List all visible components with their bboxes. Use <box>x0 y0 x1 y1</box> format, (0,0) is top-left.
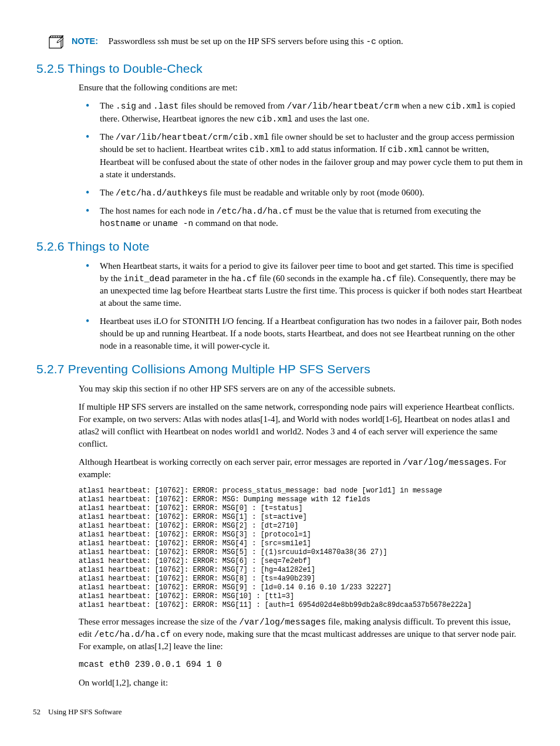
list-item: When Heartbeat starts, it waits for a pe… <box>79 260 524 309</box>
log-block: atlas1 heartbeat: [10762]: ERROR: proces… <box>79 487 524 610</box>
para-527-5: On world[1,2], change it: <box>79 677 524 689</box>
para-527-2: If multiple HP SFS servers are installed… <box>79 401 524 450</box>
page-number: 52 <box>33 707 41 716</box>
list-item: Heartbeat uses iLO for STONITH I/O fenci… <box>79 315 524 352</box>
heading-525: 5.2.5 Things to Double-Check <box>36 60 524 77</box>
intro-525: Ensure that the following conditions are… <box>79 82 524 94</box>
heading-527: 5.2.7 Preventing Collisions Among Multip… <box>36 360 524 377</box>
page-footer: 52 Using HP SFS Software <box>33 707 524 717</box>
list-item: The host names for each node in /etc/ha.… <box>79 205 524 230</box>
note-icon <box>48 35 65 49</box>
note-label: NOTE: <box>72 36 98 46</box>
list-526: When Heartbeat starts, it waits for a pe… <box>79 260 524 352</box>
note-text: Passwordless ssh must be set up on the H… <box>109 36 403 46</box>
para-527-1: You may skip this section if no other HP… <box>79 383 524 395</box>
list-item: The .sig and .last files should be remov… <box>79 100 524 125</box>
list-item: The /etc/ha.d/authkeys file must be read… <box>79 187 524 199</box>
note-callout: NOTE: Passwordless ssh must be set up on… <box>48 35 524 49</box>
list-item: The /var/lib/heartbeat/crm/cib.xml file … <box>79 131 524 181</box>
heading-526: 5.2.6 Things to Note <box>36 238 524 255</box>
note-body: NOTE: Passwordless ssh must be set up on… <box>72 35 403 48</box>
svg-rect-0 <box>49 38 61 48</box>
list-525: The .sig and .last files should be remov… <box>79 100 524 229</box>
para-527-4: These error messages increase the size o… <box>79 616 524 653</box>
mcast-cmd: mcast eth0 239.0.0.1 694 1 0 <box>79 659 524 670</box>
para-527-3: Although Heartbeat is working correctly … <box>79 456 524 481</box>
footer-title: Using HP SFS Software <box>48 707 122 716</box>
